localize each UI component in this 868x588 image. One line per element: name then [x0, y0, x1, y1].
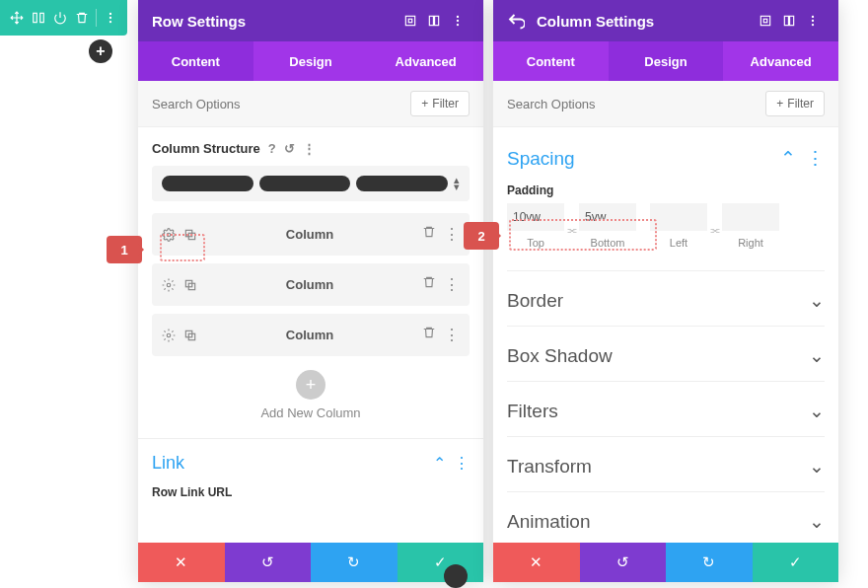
redo-button[interactable]: ↻ — [666, 543, 753, 582]
trash-icon[interactable] — [71, 7, 93, 29]
more-icon[interactable]: ⋮ — [303, 141, 316, 156]
filter-button[interactable]: +Filter — [410, 91, 470, 116]
add-column: + Add New Column — [152, 370, 470, 420]
more-icon[interactable]: ⋮ — [806, 147, 825, 170]
snap-icon[interactable] — [777, 14, 801, 28]
link-section-header[interactable]: Link ⌃ ⋮ — [152, 453, 470, 474]
trash-icon[interactable] — [422, 326, 436, 344]
link-icon[interactable]: ⫘ — [566, 210, 577, 249]
help-icon[interactable]: ? — [268, 141, 276, 156]
column-structure-selector[interactable]: ▴▾ — [152, 166, 470, 201]
filter-button[interactable]: +Filter — [765, 91, 825, 116]
divider — [138, 438, 483, 439]
tab-design[interactable]: Design — [253, 41, 369, 81]
panel-tabs: Content Design Advanced — [493, 41, 838, 81]
expand-icon[interactable] — [398, 14, 422, 28]
move-icon[interactable] — [6, 7, 28, 29]
redo-button[interactable]: ↻ — [311, 543, 398, 582]
divider — [96, 9, 97, 27]
search-input[interactable] — [152, 97, 410, 111]
expand-icon[interactable] — [754, 14, 777, 28]
padding-bottom-input[interactable] — [579, 203, 636, 231]
border-accordion[interactable]: Border⌄ — [507, 283, 825, 318]
add-module-button[interactable]: + — [89, 39, 112, 63]
add-column-button[interactable]: + — [296, 370, 326, 400]
padding-left-input[interactable] — [650, 203, 707, 231]
chevron-down-icon[interactable]: ⌄ — [809, 344, 825, 367]
column-settings-panel: Column Settings Content Design Advanced … — [493, 0, 838, 582]
padding-label: Padding — [507, 184, 825, 197]
svg-point-25 — [812, 16, 814, 18]
transform-accordion[interactable]: Transform⌄ — [507, 449, 825, 483]
search-input[interactable] — [507, 97, 765, 111]
back-icon[interactable] — [507, 12, 525, 30]
duplicate-icon[interactable] — [183, 228, 197, 242]
column-item: Column ⋮ — [152, 314, 470, 356]
power-icon[interactable] — [49, 7, 71, 29]
duplicate-icon[interactable] — [183, 329, 197, 342]
snap-icon[interactable] — [422, 14, 446, 28]
gear-icon[interactable] — [162, 228, 176, 242]
svg-point-12 — [167, 233, 171, 237]
divider — [507, 270, 825, 271]
columns-icon[interactable] — [28, 7, 49, 29]
trash-icon[interactable] — [422, 225, 436, 244]
structure-block — [356, 176, 448, 191]
undo-button[interactable]: ↺ — [580, 543, 667, 582]
trash-icon[interactable] — [422, 275, 436, 294]
chevron-down-icon[interactable]: ⌄ — [809, 400, 825, 422]
chevron-up-icon[interactable]: ⌃ — [433, 454, 446, 473]
chevron-down-icon[interactable]: ⌄ — [809, 510, 825, 533]
chevron-up-icon[interactable]: ⌃ — [780, 147, 796, 170]
undo-button[interactable]: ↺ — [225, 543, 312, 582]
tab-design[interactable]: Design — [609, 41, 724, 81]
tab-advanced[interactable]: Advanced — [723, 41, 838, 81]
more-icon[interactable]: ⋮ — [444, 225, 460, 244]
spacing-accordion[interactable]: Spacing ⌃⋮ — [507, 141, 825, 176]
more-icon[interactable]: ⋮ — [444, 326, 460, 344]
duplicate-icon[interactable] — [183, 278, 197, 292]
svg-point-9 — [457, 16, 459, 18]
panel-footer: ✕ ↺ ↻ ✓ — [138, 543, 483, 582]
stepper-icon[interactable]: ▴▾ — [454, 177, 460, 190]
resize-handle[interactable] — [444, 564, 468, 588]
divider — [507, 326, 825, 327]
tab-content[interactable]: Content — [138, 41, 253, 81]
gear-icon[interactable] — [162, 278, 176, 292]
column-label: Column — [197, 277, 422, 292]
chevron-down-icon[interactable]: ⌄ — [809, 455, 825, 478]
column-label: Column — [197, 328, 422, 342]
column-label: Column — [197, 227, 422, 242]
more-icon[interactable] — [801, 14, 825, 28]
animation-accordion[interactable]: Animation⌄ — [507, 504, 825, 539]
more-icon[interactable]: ⋮ — [444, 275, 460, 294]
save-button[interactable]: ✓ — [753, 543, 839, 582]
save-button[interactable]: ✓ — [398, 543, 484, 582]
svg-rect-22 — [763, 19, 767, 23]
panel-body: Column Structure ? ↺ ⋮ ▴▾ Column ⋮ — [138, 127, 483, 543]
filters-accordion[interactable]: Filters⌄ — [507, 394, 825, 428]
callout-badge-1: 1 — [107, 236, 142, 263]
close-button[interactable]: ✕ — [493, 543, 580, 582]
tab-content[interactable]: Content — [493, 41, 609, 81]
structure-block — [162, 176, 253, 191]
padding-right-input[interactable] — [722, 203, 779, 231]
svg-rect-24 — [790, 16, 794, 25]
svg-point-10 — [457, 20, 459, 22]
search-row: +Filter — [138, 81, 483, 127]
more-icon[interactable] — [100, 7, 121, 29]
more-icon[interactable]: ⋮ — [454, 454, 470, 473]
box-shadow-accordion[interactable]: Box Shadow⌄ — [507, 338, 825, 373]
tab-advanced[interactable]: Advanced — [368, 41, 483, 81]
svg-point-4 — [109, 21, 111, 23]
link-icon[interactable]: ⫘ — [709, 210, 720, 249]
gear-icon[interactable] — [162, 329, 176, 342]
panel-footer: ✕ ↺ ↻ ✓ — [493, 543, 838, 582]
padding-top-input[interactable] — [507, 203, 564, 231]
close-button[interactable]: ✕ — [138, 543, 225, 582]
panel-header: Column Settings — [493, 0, 838, 41]
reset-icon[interactable]: ↺ — [284, 141, 295, 156]
chevron-down-icon[interactable]: ⌄ — [809, 289, 825, 312]
more-icon[interactable] — [446, 14, 470, 28]
column-item: Column ⋮ — [152, 263, 470, 306]
